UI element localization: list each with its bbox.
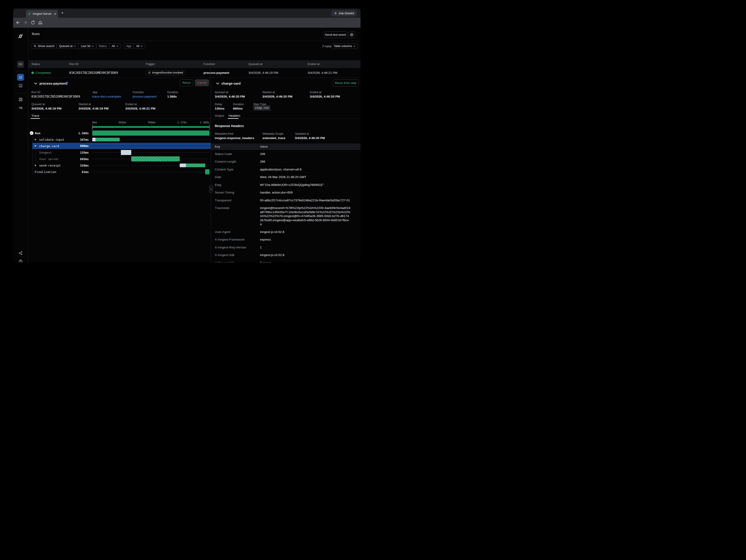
trace-row-duration: 328ms [60,164,89,167]
inngest-logo[interactable] [17,33,24,40]
ruler-mid-tick [151,124,152,126]
trace-row-charge-card[interactable]: charge-card 800ms [32,143,210,149]
time-range-dropdown[interactable]: Last 3d [79,43,96,49]
rerun-from-step-label: Rerun from step [335,81,356,85]
queued-at-label: Queued at [59,45,73,48]
trace-bar-validate-input [95,138,120,141]
queued-at-dropdown[interactable]: Queued at [57,43,78,49]
function-link[interactable]: process-payment [133,95,156,98]
trace-bar-run [92,130,209,136]
trace-row-validate-input[interactable]: validate-input 367ms [28,136,211,143]
status-dot [31,71,34,74]
trace-minimap[interactable] [92,126,209,128]
column-run-id: Run ID [69,62,79,65]
external-link-icon[interactable] [65,81,68,85]
send-test-event-label: Send test event [325,33,346,36]
app-filter-value: All [136,45,139,48]
forward-icon[interactable] [23,20,28,25]
browser-window: Inngest Server ✕ + Ask Gemini loca [13,8,361,263]
gemini-icon [334,11,337,15]
table-row[interactable]: Completed 01KJXD1TQCZ852GMEX0CQF3D69 inn… [28,68,361,78]
tab-trace[interactable]: Trace [31,114,39,117]
run-id-label: Run ID [31,91,40,94]
table-columns-button[interactable]: Table columns [331,43,358,49]
expand-icon[interactable] [35,139,36,141]
metadata-scope-value: extended_trace [262,137,285,140]
close-tab-icon[interactable]: ✕ [54,12,56,16]
key-column-header: Key [215,145,220,148]
share-icon[interactable] [17,249,24,257]
sidebar-item-runs[interactable] [17,74,24,81]
trace-row-finalization[interactable]: Finalization 61ms [28,169,211,175]
collapse-step-icon[interactable] [216,83,219,84]
updated-at-value: 3/4/2026, 4:46:20 PM [295,137,325,140]
duration-value: 1.568s [167,95,177,98]
home-icon[interactable] [38,20,43,25]
event-icon [148,71,151,74]
column-ended-at: Ended at [308,62,320,65]
collapse-run-icon[interactable] [34,83,37,84]
back-icon[interactable] [16,20,21,25]
sidebar-item-dev-server[interactable] [17,104,24,111]
step-queued-at-value: 3/4/2026, 4:46:20 PM [215,95,245,98]
step-ended-at-label: Ended at [310,91,321,94]
table-columns-label: Table columns [334,45,352,48]
tab-output[interactable]: Output [215,114,224,117]
app-link[interactable]: trace-docs-examples [92,95,121,98]
reload-icon[interactable] [31,20,35,25]
app-filter-dropdown[interactable]: All [134,43,145,49]
value-column-header: Value [260,145,268,148]
rerun-from-step-button[interactable]: Rerun from step [333,79,359,87]
tabs-divider [211,119,361,119]
tab-inngest-server[interactable]: Inngest Server ✕ [26,10,58,18]
sidebar-item-apps[interactable] [17,96,24,103]
status-text: Completed [36,71,51,75]
new-tab-button[interactable]: + [61,11,64,15]
trace-row-send-receipt[interactable]: send-receipt 328ms [28,162,211,169]
ended-at-cell: 3/4/2026, 4:46:21 PM [308,71,338,75]
rerun-button[interactable]: Rerun [180,79,193,86]
duration-label: Duration [167,91,178,94]
tab-title: Inngest Server [33,12,54,16]
cancel-label: Cancel [197,81,206,84]
app-badge[interactable]: DV [17,61,24,68]
header-row: Status Code206 [215,150,355,158]
status-filter-dropdown[interactable]: All [109,43,121,49]
queued-at-value: 3/4/2026, 4:46:19 PM [31,107,62,110]
send-test-event-button[interactable]: Send test event [324,31,347,38]
step-started-at-label: Started at [262,91,275,94]
trace-row-duration: 61ms [60,171,89,174]
tab-headers[interactable]: Headers [229,114,240,117]
trace-bar-your-server [131,156,180,161]
trace-bar-inngest-delay [121,150,131,155]
status-filter-label: Status [96,43,109,49]
trace-row-name: Run [35,132,40,135]
ask-gemini-button[interactable]: Ask Gemini [331,10,357,17]
ask-gemini-label: Ask Gemini [339,11,354,15]
trace-row-name: send-receipt [39,164,61,167]
trace-row-inngest[interactable]: Inngest 135ms [28,149,211,156]
sidebar-item-events[interactable] [17,82,24,89]
collapse-icon[interactable] [34,145,36,147]
trigger-badge[interactable]: inngest/function.invoked [146,70,186,75]
trace-row-run[interactable]: Run 1.568s [28,130,211,136]
started-at-value: 3/4/2026, 4:46:19 PM [79,107,109,110]
settings-button[interactable] [348,31,355,38]
cancel-button[interactable]: Cancel [195,79,209,86]
sidebar-divider-2 [16,93,25,93]
trace-bar-send-receipt [186,164,205,167]
trace-row-your-server[interactable]: Your server 665ms [28,156,211,162]
step-detail-panel: charge-card Rerun from step Queued at 3/… [211,78,361,263]
ended-at-value: 3/4/2026, 4:46:21 PM [125,107,155,110]
step-duration-value: 665ms [233,107,243,110]
help-icon[interactable] [17,258,24,263]
show-search-button[interactable]: Show search [31,43,57,49]
browser-toolbar: localhost:8288/runs ★ Work [13,18,361,28]
headers-table-header: Key Value [211,144,361,150]
search-icon [33,45,36,48]
queued-at-cell: 3/4/2026, 4:46:19 PM [249,71,278,75]
expand-icon[interactable] [35,165,36,166]
check-circle-icon [30,131,33,135]
trace-divider [28,119,211,119]
function-cell: process-payment [203,71,229,75]
